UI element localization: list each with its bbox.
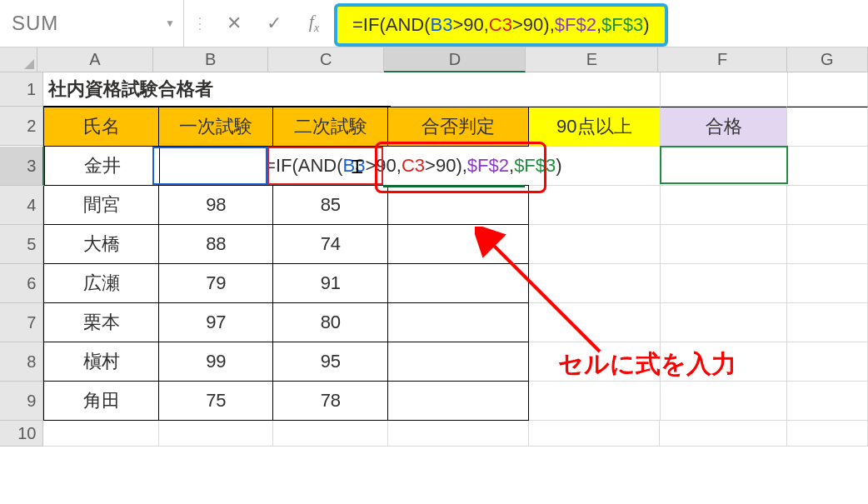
row-header-3[interactable]: 3: [0, 147, 44, 186]
column-header-row: A B C D E F G: [0, 47, 868, 72]
row-8: 8 槇村 99 95: [0, 342, 868, 382]
row-header-5[interactable]: 5: [0, 225, 43, 264]
cell-B6[interactable]: 79: [159, 264, 273, 303]
cell-G1[interactable]: [788, 72, 868, 107]
cell-G6[interactable]: [787, 264, 868, 303]
cell-C4[interactable]: 85: [273, 186, 388, 225]
row-header-9[interactable]: 9: [0, 382, 43, 421]
cell-F5[interactable]: [661, 225, 788, 264]
cell-A4[interactable]: 間宮: [43, 186, 159, 225]
insert-function-button[interactable]: fx: [294, 0, 334, 47]
cell-B5[interactable]: 88: [159, 225, 273, 264]
row-header-10[interactable]: 10: [0, 421, 43, 447]
col-header-D[interactable]: D: [384, 47, 526, 72]
row-10: 10: [0, 421, 868, 447]
cell-E9[interactable]: [529, 382, 661, 421]
cell-B4[interactable]: 98: [159, 186, 273, 225]
formula-bar: SUM ▼ ⋮ ✕ ✓ fx =IF(AND(B3>90,C3>90),$F$2…: [0, 0, 868, 47]
cell-C8[interactable]: 95: [273, 342, 388, 382]
annotation-caption: セルに式を入力: [558, 347, 736, 382]
cell-F6[interactable]: [661, 264, 788, 303]
svg-marker-0: [24, 59, 34, 69]
cell-A7[interactable]: 栗本: [43, 303, 159, 342]
row-2: 2 氏名 一次試験 二次試験 合否判定 90点以上 合格: [0, 107, 868, 147]
cell-B2[interactable]: 一次試験: [159, 107, 273, 147]
cell-C7[interactable]: 80: [273, 303, 388, 342]
cell-E10[interactable]: [529, 421, 661, 447]
fx-icon: fx: [309, 11, 319, 35]
cell-A9[interactable]: 角田: [43, 382, 159, 421]
cell-A3[interactable]: 金井: [44, 147, 160, 186]
cell-G4[interactable]: [787, 186, 868, 225]
row-header-7[interactable]: 7: [0, 303, 43, 342]
cell-D1[interactable]: [391, 72, 530, 107]
select-all-corner[interactable]: [0, 47, 37, 72]
cell-F9[interactable]: [661, 382, 788, 421]
row-1: 1 社内資格試験合格者: [0, 72, 868, 107]
cell-B3[interactable]: =IF(AND(BᏆ3>90,C3>90),$F$2,$F$3): [160, 147, 274, 186]
cell-C1[interactable]: [277, 72, 392, 107]
cell-A2[interactable]: 氏名: [43, 107, 159, 147]
cell-E2[interactable]: 90点以上: [529, 107, 661, 147]
cell-G10[interactable]: [787, 421, 868, 447]
cell-C10[interactable]: [273, 421, 388, 447]
cell-G5[interactable]: [787, 225, 868, 264]
cell-A10[interactable]: [43, 421, 158, 447]
row-header-6[interactable]: 6: [0, 264, 43, 303]
col-header-A[interactable]: A: [37, 47, 153, 72]
row-header-2[interactable]: 2: [0, 107, 43, 146]
cell-A5[interactable]: 大橋: [43, 225, 159, 264]
cell-F10[interactable]: [660, 421, 787, 447]
row-header-1[interactable]: 1: [0, 72, 43, 107]
cell-F4[interactable]: [661, 186, 788, 225]
cell-F2[interactable]: 合格: [661, 107, 788, 147]
name-box[interactable]: SUM ▼: [0, 0, 184, 47]
cell-D9[interactable]: [388, 382, 529, 421]
cell-B10[interactable]: [159, 421, 273, 447]
cell-D2[interactable]: 合否判定: [388, 107, 529, 147]
formula-edit-overlay[interactable]: =IF(AND(BᏆ3>90,C3>90),$F$2,$F$3): [262, 147, 562, 185]
cell-A6[interactable]: 広瀬: [43, 264, 159, 303]
svg-line-2: [490, 242, 600, 352]
name-box-value: SUM: [12, 12, 165, 35]
row-5: 5 大橋 88 74: [0, 225, 868, 264]
row-9: 9 角田 75 78: [0, 382, 868, 421]
name-box-dropdown-icon[interactable]: ▼: [165, 17, 175, 29]
cell-D10[interactable]: [388, 421, 529, 447]
cell-B9[interactable]: 75: [159, 382, 273, 421]
accept-formula-button[interactable]: ✓: [254, 0, 294, 47]
cell-G9[interactable]: [787, 382, 868, 421]
cell-F7[interactable]: [661, 303, 788, 342]
cell-A8[interactable]: 槇村: [43, 342, 159, 382]
formula-bar-input[interactable]: =IF(AND(B3>90,C3>90),$F$2,$F$3): [334, 3, 668, 47]
cell-G2[interactable]: [787, 107, 868, 147]
cancel-formula-button[interactable]: ✕: [214, 0, 254, 47]
cell-C6[interactable]: 91: [273, 264, 388, 303]
cell-C9[interactable]: 78: [273, 382, 388, 421]
cell-F1[interactable]: [661, 72, 787, 107]
cell-G3[interactable]: [787, 147, 868, 186]
col-header-B[interactable]: B: [153, 47, 268, 72]
row-header-4[interactable]: 4: [0, 186, 43, 225]
cell-G8[interactable]: [787, 342, 868, 382]
table-title: 社内資格試験合格者: [48, 77, 213, 102]
cell-B8[interactable]: 99: [159, 342, 273, 382]
col-header-C[interactable]: C: [268, 47, 384, 72]
row-header-8[interactable]: 8: [0, 342, 43, 382]
formula-bar-divider: ⋮: [184, 0, 214, 47]
spreadsheet-grid[interactable]: A B C D E F G 1 社内資格試験合格者 2 氏名 一次試験 二次試験…: [0, 47, 868, 447]
col-header-G[interactable]: G: [787, 47, 868, 72]
cell-F3[interactable]: [661, 147, 788, 186]
cell-D4[interactable]: [388, 186, 529, 225]
row-6: 6 広瀬 79 91: [0, 264, 868, 303]
cell-A1[interactable]: 社内資格試験合格者: [43, 72, 164, 107]
col-header-F[interactable]: F: [658, 47, 786, 72]
cell-E4[interactable]: [529, 186, 661, 225]
cell-C2[interactable]: 二次試験: [273, 107, 388, 147]
cell-E1[interactable]: [530, 72, 661, 107]
col-header-E[interactable]: E: [526, 47, 658, 72]
cell-G7[interactable]: [787, 303, 868, 342]
cell-B7[interactable]: 97: [159, 303, 273, 342]
row-7: 7 栗本 97 80: [0, 303, 868, 342]
cell-C5[interactable]: 74: [273, 225, 388, 264]
